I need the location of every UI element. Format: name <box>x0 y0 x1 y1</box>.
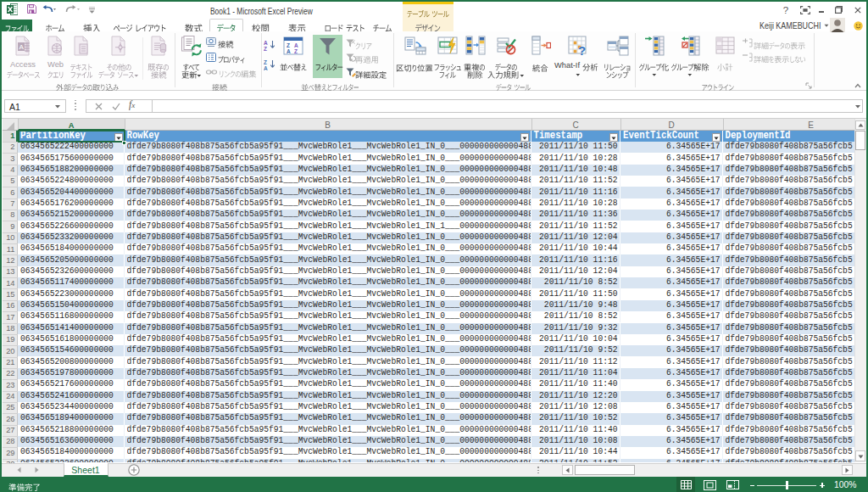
svg-text:Z: Z <box>264 46 267 52</box>
svg-text:A: A <box>264 65 268 71</box>
svg-text:Z: Z <box>294 48 298 54</box>
svg-text:A: A <box>287 48 291 54</box>
svg-text:?: ? <box>578 43 586 56</box>
svg-text:Z: Z <box>287 42 290 48</box>
svg-text:A: A <box>19 43 25 51</box>
svg-text:A: A <box>294 42 298 48</box>
